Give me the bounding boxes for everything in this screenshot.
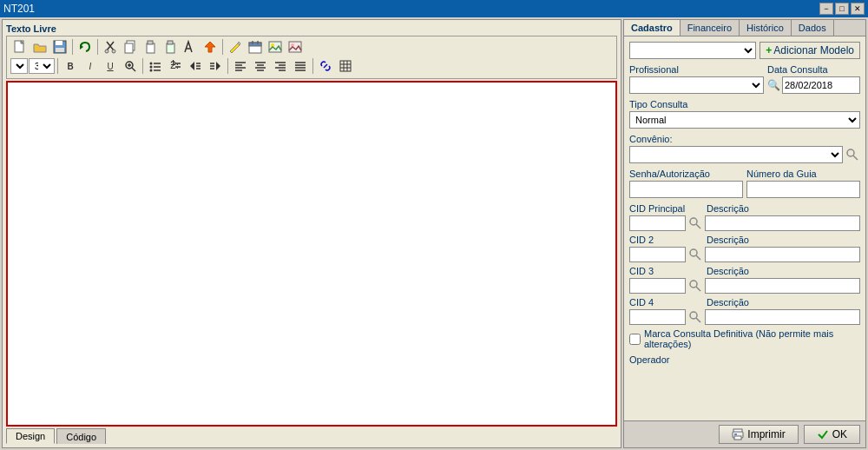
align-justify-button[interactable] <box>291 57 310 75</box>
minimize-button[interactable]: − <box>819 3 833 15</box>
svg-point-69 <box>690 249 697 256</box>
editor-area[interactable] <box>6 81 617 427</box>
align-right-button[interactable] <box>271 57 290 75</box>
profissional-col: Profissional <box>629 64 764 94</box>
print-button[interactable]: Imprimir <box>719 425 798 444</box>
add-modelo-button[interactable]: + Adicionar Modelo <box>760 42 860 59</box>
maximize-button[interactable]: □ <box>835 3 849 15</box>
right-panel: Cadastro Financeiro Histórico Dados + Ad… <box>623 19 866 448</box>
senha-label: Senha/Autorização <box>629 169 743 179</box>
cid4-input[interactable] <box>629 309 686 325</box>
undo-button[interactable] <box>76 38 95 56</box>
tipo-consulta-row: Tipo Consulta Normal <box>629 99 860 129</box>
print-icon <box>732 428 744 440</box>
svg-rect-11 <box>167 43 174 53</box>
descricao-label-4: Descrição <box>707 297 749 308</box>
right-tabs: Cadastro Financeiro Histórico Dados <box>624 20 865 36</box>
font-family-select[interactable] <box>10 58 28 74</box>
profissional-select[interactable] <box>629 76 764 94</box>
numero-guia-col: Número da Guia <box>746 169 860 198</box>
title-bar: NT201 − □ ✕ <box>0 0 868 17</box>
italic-button[interactable]: I <box>81 57 100 75</box>
svg-rect-60 <box>340 61 351 71</box>
svg-text:2.: 2. <box>170 60 179 71</box>
tab-historico[interactable]: Histórico <box>740 20 792 36</box>
tab-codigo[interactable]: Código <box>56 428 106 444</box>
cid2-desc-input[interactable] <box>705 247 860 262</box>
data-consulta-col: Data Consulta 🔍 <box>767 64 860 94</box>
font-size-select[interactable]: 3 <box>29 58 55 74</box>
align-left-button[interactable] <box>231 57 250 75</box>
tipo-consulta-label: Tipo Consulta <box>629 99 860 109</box>
data-consulta-input[interactable] <box>782 76 860 94</box>
numero-guia-input[interactable] <box>746 181 860 198</box>
svg-point-73 <box>690 312 697 319</box>
cid-principal-desc-input[interactable] <box>705 215 860 231</box>
tab-cadastro[interactable]: Cadastro <box>624 20 681 36</box>
cid2-input[interactable] <box>629 247 686 262</box>
underline-button[interactable]: U <box>101 57 120 75</box>
cid3-search-button[interactable] <box>687 278 703 294</box>
svg-rect-10 <box>148 41 153 44</box>
bold-button[interactable]: B <box>61 57 80 75</box>
calendar-button[interactable] <box>246 38 265 56</box>
cid4-search-button[interactable] <box>687 309 703 325</box>
open-button[interactable] <box>30 38 49 56</box>
clear-button[interactable] <box>201 38 220 56</box>
svg-line-66 <box>853 156 858 160</box>
marca-consulta-checkbox[interactable] <box>629 334 641 345</box>
tab-financeiro[interactable]: Financeiro <box>681 20 740 36</box>
print-label: Imprimir <box>747 428 785 440</box>
cut-button[interactable] <box>101 38 120 56</box>
modelos-select[interactable] <box>629 42 756 59</box>
paste-button[interactable] <box>141 38 160 56</box>
numero-guia-label: Número da Guia <box>746 169 860 179</box>
convenio-select[interactable] <box>629 146 843 163</box>
separator-3 <box>222 39 223 55</box>
cid3-desc-input[interactable] <box>705 278 860 294</box>
new-button[interactable] <box>10 38 30 56</box>
panel-title: Texto Livre <box>6 23 617 34</box>
svg-rect-77 <box>734 436 741 440</box>
indent-left-button[interactable] <box>186 57 205 75</box>
ok-button[interactable]: OK <box>804 425 860 444</box>
cid-principal-input[interactable] <box>629 215 686 231</box>
cid-principal-search-button[interactable] <box>687 215 703 231</box>
link-button[interactable] <box>316 57 335 75</box>
list-unordered-button[interactable] <box>146 57 165 75</box>
convenio-row: Convênio: <box>629 134 860 163</box>
align-center-button[interactable] <box>251 57 270 75</box>
ok-label: OK <box>832 428 847 440</box>
cid2-search-button[interactable] <box>687 247 703 262</box>
cid4-desc-input[interactable] <box>705 309 860 325</box>
format-button[interactable] <box>181 38 200 56</box>
tab-design[interactable]: Design <box>6 428 55 444</box>
zoom-button[interactable] <box>121 57 140 75</box>
close-button[interactable]: ✕ <box>851 3 865 15</box>
profissional-data-row: Profissional Data Consulta 🔍 <box>629 64 860 94</box>
list-ordered-button[interactable]: 1.2. <box>166 57 185 75</box>
image-button-2[interactable] <box>286 38 305 56</box>
left-panel: Texto Livre <box>2 19 621 448</box>
pencil-button[interactable] <box>226 38 245 56</box>
indent-right-button[interactable] <box>206 57 225 75</box>
tipo-consulta-select[interactable]: Normal <box>629 111 860 129</box>
paste-special-button[interactable] <box>161 38 180 56</box>
svg-rect-3 <box>56 48 64 52</box>
svg-marker-36 <box>190 62 194 70</box>
svg-point-6 <box>112 50 115 53</box>
svg-rect-12 <box>168 41 173 44</box>
convenio-search-button[interactable] <box>845 147 860 162</box>
cid3-label: CID 3 <box>629 266 703 276</box>
copy-button[interactable] <box>121 38 140 56</box>
svg-point-67 <box>690 218 697 225</box>
tab-dados[interactable]: Dados <box>792 20 834 36</box>
save-button[interactable] <box>50 38 69 56</box>
table-button[interactable] <box>336 57 355 75</box>
cid3-input[interactable] <box>629 278 686 294</box>
image-button-1[interactable] <box>266 38 285 56</box>
svg-point-26 <box>150 63 153 65</box>
svg-rect-15 <box>249 43 261 46</box>
senha-input[interactable] <box>629 181 743 198</box>
senha-guia-row: Senha/Autorização Número da Guia <box>629 169 860 198</box>
